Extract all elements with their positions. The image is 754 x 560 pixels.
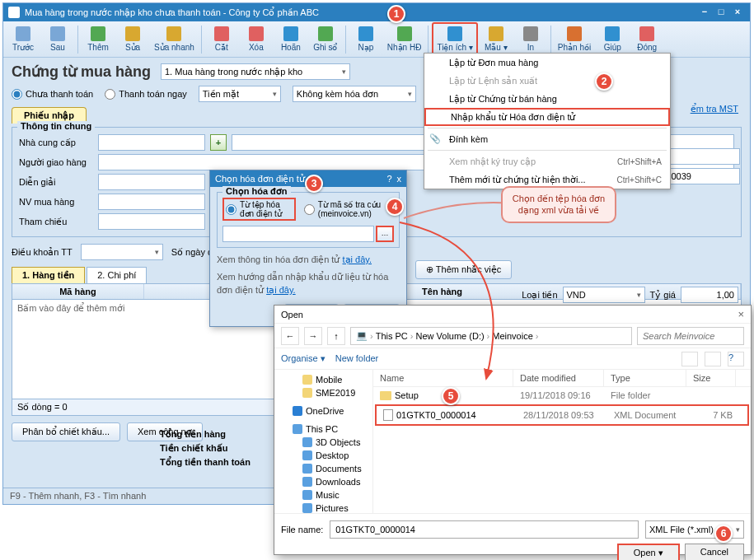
phanbo-button[interactable]: Phân bổ chiết khấu...: [12, 422, 120, 441]
tree-music[interactable]: Music: [278, 488, 369, 502]
organise-menu[interactable]: Organise ▾: [281, 353, 325, 364]
badge-3: 3: [305, 175, 323, 193]
currency-combo[interactable]: VND: [563, 287, 645, 303]
toolbar-nhận-hđ[interactable]: Nhận HĐ: [384, 22, 425, 57]
radio-from-code[interactable]: Từ mã số tra cứu (meinvoice.vn): [304, 198, 394, 221]
label-note: Diễn giải: [19, 177, 93, 188]
dd-item-0[interactable]: Lập từ Đơn mua hàng: [424, 54, 670, 72]
toolbar-sau[interactable]: Sau: [41, 22, 74, 57]
col-date-modified[interactable]: Date modified: [513, 370, 604, 386]
toolbar-sửa[interactable]: Sửa: [116, 22, 149, 57]
dialog2-close-button[interactable]: x: [397, 174, 402, 184]
tree-downloads[interactable]: Downloads: [278, 475, 369, 488]
rate-input[interactable]: [681, 287, 738, 303]
minimize-button[interactable]: −: [697, 6, 712, 19]
col-type[interactable]: Type: [604, 370, 686, 386]
dd-item-1: Lập từ Lệnh sản xuất: [424, 72, 670, 90]
supplier-code-input[interactable]: [98, 134, 205, 151]
hint1-link[interactable]: tại đây.: [342, 254, 372, 264]
badge-1: 1: [387, 5, 405, 23]
toolbar-ghi-sổ[interactable]: Ghi sổ: [309, 22, 342, 57]
radio-thanh-toan-ngay[interactable]: Thanh toán ngay: [105, 89, 187, 100]
tree-desktop[interactable]: Desktop: [278, 449, 369, 462]
open-file-dialog: Open × ← → ↑ 💻›This PC›New Volume (D:)›M…: [274, 305, 752, 555]
dd-item-3[interactable]: Nhập khẩu từ Hóa đơn điện tử: [424, 108, 670, 126]
reminder-button[interactable]: ⊕ Thêm nhắc việc: [415, 260, 512, 279]
tree-this-pc[interactable]: This PC: [278, 422, 369, 436]
link-kiem-tra-mst[interactable]: ểm tra MST: [691, 104, 738, 114]
new-folder-button[interactable]: New folder: [335, 353, 379, 364]
buyer-input[interactable]: [98, 194, 205, 210]
breadcrumb-path[interactable]: 💻›This PC›New Volume (D:)›Meinvoice›: [350, 327, 632, 345]
file-row-1[interactable]: 01GTKT0_000001428/11/2018 09:53XML Docum…: [375, 404, 749, 426]
tree-sme2019[interactable]: SME2019: [278, 386, 369, 399]
toolbar-nạp[interactable]: Nạp: [349, 22, 382, 57]
ref-input[interactable]: [98, 213, 205, 230]
open-button[interactable]: Open ▾: [617, 544, 680, 560]
dialog2-help-button[interactable]: ?: [386, 174, 391, 184]
terms-combo[interactable]: [81, 244, 163, 260]
toolbar-cắt[interactable]: Cắt: [205, 22, 238, 57]
preview-pane-button[interactable]: [705, 352, 721, 366]
dd-item-2[interactable]: Lập từ Chứng từ bán hàng: [424, 90, 670, 108]
path-seg-0[interactable]: This PC: [376, 331, 408, 341]
maximize-button[interactable]: □: [714, 6, 728, 19]
nav-back-button[interactable]: ←: [281, 327, 299, 345]
badge-6: 6: [714, 525, 733, 543]
toolbar-in[interactable]: In: [514, 22, 547, 57]
invoice-combo[interactable]: Không kèm hóa đơn: [293, 86, 416, 102]
label-supplier: Nhà cung cấp: [19, 138, 93, 148]
file-path-input[interactable]: [222, 226, 374, 242]
view-mode-button[interactable]: [681, 352, 698, 366]
note-input[interactable]: [98, 174, 205, 190]
tree-mobile[interactable]: Mobile: [278, 373, 369, 386]
toolbar-mẫu[interactable]: Mẫu ▾: [480, 22, 513, 57]
toolbar-sửa-nhanh[interactable]: Sửa nhanh: [151, 22, 198, 57]
col-ma-hang[interactable]: Mã hàng: [12, 284, 144, 299]
nav-fwd-button[interactable]: →: [304, 327, 322, 345]
folder-icon: [302, 477, 312, 487]
label-terms: Điều khoản TT: [12, 247, 73, 258]
filename-input[interactable]: [330, 520, 639, 539]
col-size[interactable]: Size: [686, 370, 736, 386]
search-input[interactable]: [637, 327, 744, 345]
subtab-chi-phi[interactable]: 2. Chi phí: [87, 267, 147, 283]
file-row-0[interactable]: Setup19/11/2018 09:16File folder: [373, 387, 751, 404]
help-button[interactable]: ?: [728, 352, 744, 366]
toolbar-hoãn[interactable]: Hoãn: [274, 22, 307, 57]
browse-button[interactable]: …: [376, 226, 394, 242]
cash-combo[interactable]: Tiền mặt: [199, 86, 281, 102]
purchase-type-combo[interactable]: 1. Mua hàng trong nước nhập kho: [161, 63, 350, 80]
total-thanh-toan: Tổng tiền thanh toán: [160, 457, 251, 468]
toolbar-trước[interactable]: Trước: [7, 22, 40, 57]
tree-onedrive[interactable]: OneDrive: [278, 404, 369, 418]
path-seg-2[interactable]: Meinvoice: [492, 331, 533, 341]
hint2-link[interactable]: tại đây.: [266, 285, 296, 295]
close-button[interactable]: ×: [730, 6, 745, 19]
group-title: Thông tin chung: [17, 121, 95, 131]
tree-pictures[interactable]: Pictures: [278, 502, 369, 513]
col-name[interactable]: Name: [373, 370, 513, 386]
toolbar-giúp[interactable]: Giúp: [596, 22, 629, 57]
radio-from-file[interactable]: Từ tệp hóa đơn điện tử: [222, 198, 296, 221]
toolbar-tiện-ích[interactable]: Tiện ích ▾: [432, 22, 477, 57]
subtab-hang-tien[interactable]: 1. Hàng tiền: [12, 267, 85, 283]
file-list[interactable]: NameDate modifiedTypeSize Setup19/11/201…: [373, 370, 751, 513]
tree-3d-objects[interactable]: 3D Objects: [278, 436, 369, 449]
toolbar-icon: [605, 26, 620, 41]
toolbar-thêm[interactable]: Thêm: [82, 22, 115, 57]
toolbar-icon: [489, 26, 503, 41]
folder-tree[interactable]: MobileSME2019OneDriveThis PC3D ObjectsDe…: [274, 370, 373, 513]
cancel-button[interactable]: Cancel: [685, 544, 744, 560]
path-seg-1[interactable]: New Volume (D:): [415, 331, 484, 341]
toolbar-xóa[interactable]: Xóa: [240, 22, 273, 57]
nav-up-button[interactable]: ↑: [327, 327, 345, 345]
toolbar-đóng[interactable]: Đóng: [630, 22, 663, 57]
dd-item-4[interactable]: 📎Đính kèm: [424, 130, 670, 148]
add-supplier-button[interactable]: +: [210, 134, 227, 151]
toolbar-phản-hồi[interactable]: Phản hồi: [555, 22, 594, 57]
open-dialog-close-button[interactable]: ×: [738, 308, 744, 320]
tree-documents[interactable]: Documents: [278, 462, 369, 475]
radio-chua-thanh-toan[interactable]: Chưa thanh toán: [12, 89, 93, 100]
toolbar-icon: [166, 26, 181, 41]
